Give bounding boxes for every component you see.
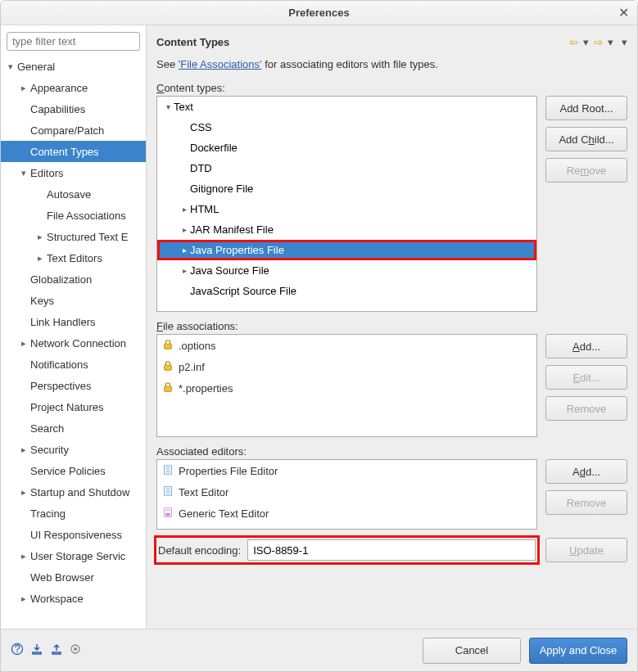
- content-type-java-source-file[interactable]: ▸Java Source File: [157, 260, 536, 281]
- sidebar-item-structured-text-e[interactable]: ▸Structured Text E: [1, 226, 146, 247]
- tree-arrow-icon: ▸: [179, 205, 190, 214]
- content-type-label: Java Properties File: [190, 244, 284, 256]
- sidebar-item-notifications[interactable]: ▸Notifications: [1, 354, 146, 375]
- sidebar-item-tracing[interactable]: ▸Tracing: [1, 503, 146, 524]
- content-type-css[interactable]: CSS: [157, 117, 536, 138]
- sidebar-item-globalization[interactable]: ▸Globalization: [1, 268, 146, 290]
- help-icon[interactable]: ?: [11, 643, 24, 658]
- nav-back-menu-icon[interactable]: ▾: [583, 36, 589, 48]
- sidebar-item-search[interactable]: ▸Search: [1, 417, 146, 439]
- tree-arrow-icon: ▸: [17, 359, 30, 370]
- tree-arrow-icon: ▾: [162, 102, 174, 111]
- content-type-gitignore-file[interactable]: Gitignore File: [157, 178, 536, 199]
- sidebar-item-file-associations[interactable]: ▸File Associations: [1, 205, 146, 226]
- associated-editor-item[interactable]: Text Editor: [157, 481, 536, 503]
- export-icon[interactable]: [50, 643, 63, 658]
- content-types-label: Content types:: [156, 82, 627, 94]
- sidebar-item-keys[interactable]: ▸Keys: [1, 290, 146, 311]
- add-child-button[interactable]: Add Child...: [545, 127, 627, 151]
- svg-rect-0: [165, 344, 172, 349]
- tree-arrow-icon: ▸: [17, 317, 30, 327]
- filter-input[interactable]: [7, 32, 140, 51]
- content-type-text[interactable]: ▾Text: [157, 97, 536, 117]
- content-type-html[interactable]: ▸HTML: [157, 199, 536, 219]
- sidebar-item-network-connection[interactable]: ▸Network Connection: [1, 332, 146, 354]
- add-file-assoc-button[interactable]: Add...: [545, 334, 627, 359]
- tree-arrow-icon: ▸: [34, 253, 47, 264]
- remove-editor-button[interactable]: Remove: [545, 490, 627, 515]
- cancel-button[interactable]: Cancel: [423, 638, 521, 664]
- close-icon[interactable]: ✕: [618, 5, 629, 20]
- content-type-label: DTD: [190, 162, 212, 174]
- content-type-dockerfile[interactable]: Dockerfile: [157, 138, 536, 158]
- content-types-tree[interactable]: ▾TextCSSDockerfileDTDGitignore File▸HTML…: [156, 96, 537, 312]
- tree-arrow-icon: ▸: [17, 338, 30, 349]
- associated-editors-list[interactable]: Properties File EditorText EditorGeneric…: [156, 459, 537, 530]
- nav-forward-menu-icon[interactable]: ▾: [608, 36, 613, 48]
- sidebar-item-compare-patch[interactable]: ▸Compare/Patch: [1, 120, 146, 141]
- remove-content-type-button[interactable]: Remove: [545, 158, 627, 183]
- sidebar-item-link-handlers[interactable]: ▸Link Handlers: [1, 311, 146, 332]
- hint-prefix: See: [156, 58, 179, 70]
- sidebar-item-editors[interactable]: ▾Editors: [1, 162, 146, 183]
- file-associations-link[interactable]: 'File Associations': [179, 58, 262, 70]
- sidebar-item-project-natures[interactable]: ▸Project Natures: [1, 396, 146, 417]
- add-root-button[interactable]: Add Root...: [545, 96, 627, 120]
- sidebar-item-startup-and-shutdow[interactable]: ▸Startup and Shutdow: [1, 481, 146, 503]
- update-button[interactable]: Update: [545, 538, 627, 562]
- tree-arrow-icon: ▸: [17, 487, 30, 498]
- page-title: Content Types: [156, 36, 229, 48]
- file-associations-list[interactable]: .optionsp2.inf*.properties: [156, 334, 537, 437]
- sidebar-item-autosave[interactable]: ▸Autosave: [1, 183, 146, 205]
- content-type-dtd[interactable]: DTD: [157, 158, 536, 178]
- nav-menu-icon[interactable]: ▾: [622, 36, 627, 48]
- file-association-item[interactable]: .options: [157, 335, 536, 356]
- default-encoding-label: Default encoding:: [158, 544, 244, 557]
- sidebar-item-security[interactable]: ▸Security: [1, 439, 146, 460]
- tree-arrow-icon: ▸: [179, 225, 190, 234]
- default-encoding-input[interactable]: [247, 539, 536, 561]
- footer-left-icons: ?: [11, 643, 81, 658]
- sidebar-item-content-types[interactable]: ▸Content Types: [1, 141, 146, 162]
- oomph-icon[interactable]: [70, 643, 81, 657]
- sidebar-item-perspectives[interactable]: ▸Perspectives: [1, 375, 146, 396]
- sidebar-item-general[interactable]: ▾General: [1, 56, 146, 77]
- tree-arrow-icon: ▸: [17, 423, 30, 434]
- svg-rect-2: [165, 386, 172, 391]
- preferences-tree: ▾General▸Appearance▸Capabilities▸Compare…: [1, 56, 146, 609]
- sidebar-item-label: Search: [30, 422, 64, 435]
- sidebar-item-capabilities[interactable]: ▸Capabilities: [1, 98, 146, 120]
- sidebar-item-appearance[interactable]: ▸Appearance: [1, 77, 146, 98]
- footer: ? Cancel Apply and Close: [1, 629, 637, 671]
- content-type-label: Dockerfile: [190, 142, 238, 154]
- content-type-javascript-source-file[interactable]: JavaScript Source File: [157, 281, 536, 301]
- sidebar-item-label: Keys: [30, 295, 54, 307]
- content-types-row: ▾TextCSSDockerfileDTDGitignore File▸HTML…: [156, 96, 627, 312]
- edit-file-assoc-button[interactable]: Edit...: [545, 365, 627, 390]
- sidebar-item-user-storage-servic[interactable]: ▸User Storage Servic: [1, 545, 146, 566]
- apply-and-close-button[interactable]: Apply and Close: [529, 638, 627, 664]
- file-association-item[interactable]: p2.inf: [157, 356, 536, 377]
- sidebar-item-web-browser[interactable]: ▸Web Browser: [1, 566, 146, 588]
- nav-forward-icon[interactable]: ⇨: [594, 36, 603, 48]
- import-icon[interactable]: [30, 643, 43, 658]
- content-type-java-properties-file[interactable]: ▸Java Properties File: [157, 240, 536, 260]
- associated-editor-item[interactable]: Generic Text Editor: [157, 503, 536, 524]
- sidebar-item-label: Perspectives: [30, 380, 91, 392]
- sidebar-item-ui-responsiveness[interactable]: ▸UI Responsiveness: [1, 524, 146, 545]
- add-editor-button[interactable]: Add...: [545, 459, 627, 484]
- content-area: ▾General▸Appearance▸Capabilities▸Compare…: [1, 25, 637, 629]
- file-associations-buttons: Add... Edit... Remove: [545, 334, 627, 437]
- remove-file-assoc-button[interactable]: Remove: [545, 396, 627, 421]
- content-type-label: Text: [174, 101, 193, 113]
- tree-arrow-icon: ▸: [17, 104, 30, 115]
- nav-back-icon[interactable]: ⇦: [569, 36, 578, 48]
- sidebar-item-text-editors[interactable]: ▸Text Editors: [1, 247, 146, 268]
- file-association-item[interactable]: *.properties: [157, 377, 536, 399]
- sidebar-item-workspace[interactable]: ▸Workspace: [1, 588, 146, 609]
- sidebar-item-service-policies[interactable]: ▸Service Policies: [1, 460, 146, 481]
- associated-editor-item[interactable]: Properties File Editor: [157, 460, 536, 481]
- tree-arrow-icon: ▸: [17, 147, 30, 157]
- content-type-jar-manifest-file[interactable]: ▸JAR Manifest File: [157, 219, 536, 240]
- nav-arrows: ⇦ ▾ ⇨ ▾ ▾: [569, 36, 627, 48]
